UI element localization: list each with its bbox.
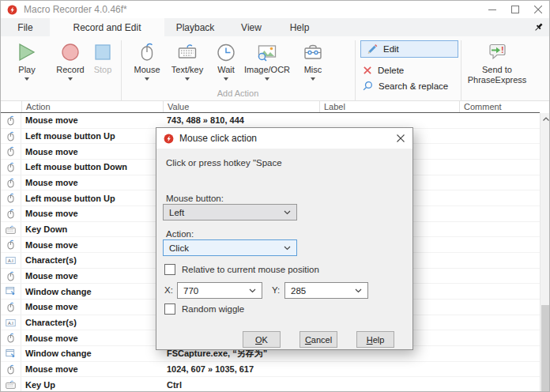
imageocr-button[interactable]: Image/OCR: [243, 42, 291, 81]
table-row[interactable]: Mouse move 1024, 607 » 1035, 617: [1, 362, 540, 378]
relative-checkbox[interactable]: Relative to current mouse position: [164, 264, 319, 275]
relative-checkbox-label: Relative to current mouse position: [182, 265, 319, 274]
column-header-label[interactable]: Label: [319, 101, 459, 112]
search-replace-button[interactable]: Search & replace: [363, 78, 448, 93]
dialog-title: Mouse click action: [179, 133, 257, 144]
mouse-icon: [6, 209, 16, 219]
delete-x-icon: [363, 66, 372, 75]
row-icon-cell: [1, 284, 21, 299]
row-icon-cell: [1, 377, 21, 392]
stop-button[interactable]: Stop: [85, 42, 121, 74]
image-ocr-icon: [257, 42, 277, 62]
column-header-icon: [1, 101, 21, 112]
menu-help[interactable]: Help: [277, 18, 322, 36]
row-icon-cell: A.I: [1, 253, 21, 268]
play-dropdown-arrow[interactable]: [24, 77, 29, 81]
row-icon-cell: [1, 330, 21, 345]
row-icon-cell: [1, 113, 21, 128]
close-icon: [534, 6, 542, 13]
row-action: Mouse move: [21, 302, 163, 311]
edit-button[interactable]: Edit: [360, 40, 458, 58]
window-title: Macro Recorder 4.0.46f*: [24, 4, 127, 15]
wait-button[interactable]: Wait: [209, 42, 243, 81]
x-value: 770: [183, 286, 198, 296]
menu-bar: File Record and Edit Playback View Help: [1, 18, 549, 36]
row-icon-cell: [1, 160, 21, 175]
row-value: 1024, 607 » 1035, 617: [163, 364, 319, 374]
wait-clock-icon: [216, 42, 236, 62]
play-button[interactable]: Play: [6, 42, 48, 81]
row-action: Key Down: [21, 224, 163, 234]
column-header-action[interactable]: Action: [21, 101, 163, 112]
row-action: Mouse move: [21, 240, 163, 250]
menu-view[interactable]: View: [226, 18, 277, 36]
scroll-up-button[interactable]: [541, 113, 550, 125]
window-change-icon: [6, 349, 16, 359]
table-row[interactable]: Mouse move 743, 488 » 810, 444: [1, 113, 540, 129]
column-header-value[interactable]: Value: [163, 101, 319, 112]
row-icon-cell: [1, 129, 21, 144]
mouse-button-label: Mouse button:: [166, 194, 224, 203]
mouse-icon: [6, 271, 16, 281]
record-dropdown-arrow[interactable]: [68, 77, 73, 81]
vertical-scrollbar[interactable]: [540, 113, 550, 392]
characters-icon: A.I: [6, 255, 16, 266]
imageocr-dropdown-arrow[interactable]: [265, 77, 269, 81]
menu-file[interactable]: File: [1, 18, 50, 36]
stop-icon: [92, 42, 113, 62]
row-action: Left mouse button Down: [21, 162, 163, 172]
mouse-icon: [6, 333, 16, 343]
mouse-button-toolbar[interactable]: Mouse: [126, 42, 168, 81]
mouse-icon: [6, 115, 16, 126]
x-coordinate-input[interactable]: 770: [177, 282, 262, 299]
textkey-dropdown-arrow[interactable]: [185, 77, 190, 81]
dialog-close-button[interactable]: [393, 131, 409, 145]
row-action: Mouse move: [21, 178, 163, 187]
cancel-button[interactable]: Cancel: [299, 331, 337, 348]
row-icon-cell: [1, 362, 21, 377]
tab-record-and-edit[interactable]: Record and Edit: [50, 18, 164, 36]
relative-checkbox-box[interactable]: [164, 264, 175, 275]
row-action: Mouse move: [21, 147, 163, 156]
x-label: X:: [164, 285, 173, 295]
delete-button[interactable]: Delete: [363, 62, 404, 77]
menu-playback[interactable]: Playback: [164, 18, 226, 36]
maximize-icon: [511, 6, 519, 13]
svg-text:A.I: A.I: [8, 258, 13, 263]
mouse-dropdown-arrow[interactable]: [145, 77, 149, 81]
random-wiggle-checkbox[interactable]: Random wiggle: [164, 303, 244, 315]
row-action: Mouse move: [21, 115, 163, 125]
maximize-button[interactable]: [503, 1, 526, 18]
mouse-button-select[interactable]: Left: [163, 204, 297, 220]
row-icon-cell: [1, 190, 21, 205]
row-action: Character(s): [21, 318, 163, 327]
ok-button[interactable]: OK: [243, 331, 281, 348]
y-coordinate-input[interactable]: 285: [284, 282, 368, 299]
minimize-button[interactable]: [480, 1, 503, 18]
help-button[interactable]: Help: [356, 331, 394, 348]
row-action: Mouse move: [21, 209, 163, 218]
row-icon-cell: [1, 206, 21, 221]
close-button[interactable]: [526, 1, 549, 18]
misc-button[interactable]: Misc: [292, 42, 334, 81]
titlebar: Macro Recorder 4.0.46f*: [1, 1, 549, 18]
mouse-icon: [6, 239, 16, 250]
textkey-button[interactable]: Text/key: [166, 42, 209, 81]
table-row[interactable]: Key Up Ctrl: [1, 377, 540, 392]
random-wiggle-checkbox-box[interactable]: [164, 303, 175, 315]
misc-dropdown-arrow[interactable]: [311, 77, 315, 81]
column-header-comment[interactable]: Comment: [459, 101, 540, 112]
action-select[interactable]: Click: [163, 239, 297, 256]
row-action: Left mouse button Up: [21, 131, 163, 141]
wait-dropdown-arrow[interactable]: [224, 77, 228, 81]
scroll-up-arrow-icon: [543, 117, 549, 121]
scrollbar-thumb[interactable]: [541, 305, 550, 392]
chevron-down-icon: [355, 288, 362, 293]
row-icon-cell: [1, 300, 21, 315]
pin-icon[interactable]: [533, 22, 544, 32]
mouse-icon: [6, 146, 16, 156]
dialog-instruction: Click or press hotkey "Space: [166, 158, 282, 168]
send-to-phraseexpress-button[interactable]: ! Send to PhraseExpress: [458, 41, 537, 85]
app-window: Macro Recorder 4.0.46f* File Record and …: [0, 0, 550, 392]
chevron-down-icon: [284, 210, 291, 215]
